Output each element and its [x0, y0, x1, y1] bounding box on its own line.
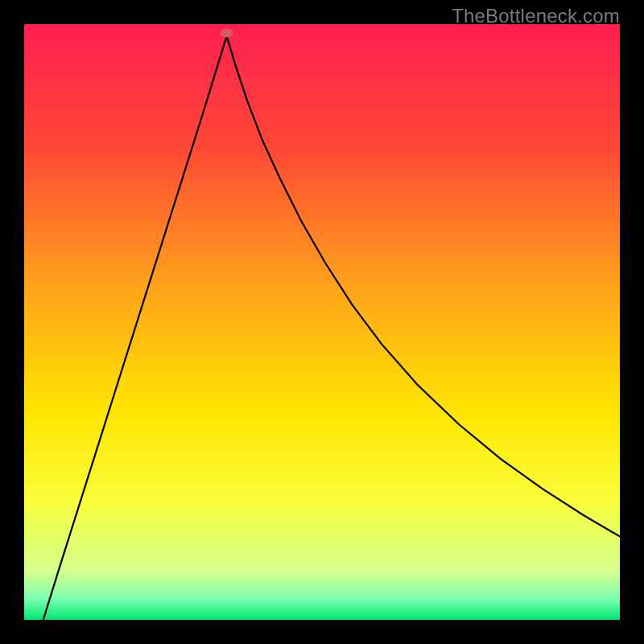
chart-frame: TheBottleneck.com — [0, 0, 644, 644]
gradient-background — [24, 24, 620, 620]
chart-svg — [24, 24, 620, 620]
chart-plot-area — [24, 24, 620, 620]
marker-dot — [221, 29, 233, 38]
